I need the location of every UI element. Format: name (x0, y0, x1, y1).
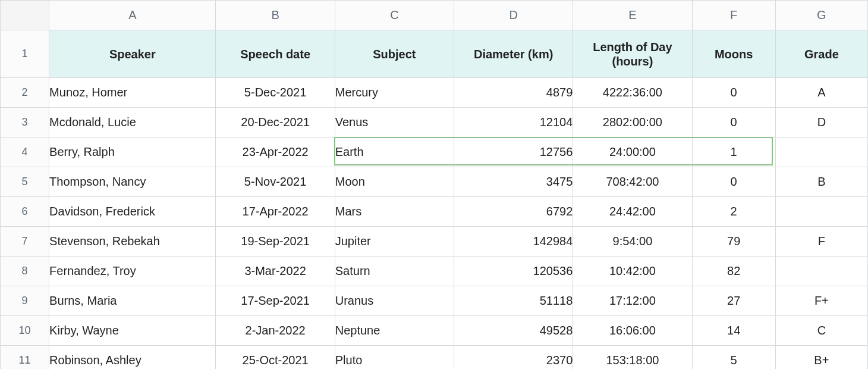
spreadsheet-grid[interactable]: ABCDEFG 1SpeakerSpeech dateSubjectDiamet… (0, 0, 868, 369)
row-header-5[interactable]: 5 (1, 167, 49, 197)
cell-D3[interactable]: 12104 (454, 108, 573, 137)
cell-D8[interactable]: 120536 (454, 257, 573, 286)
cell-F3[interactable]: 0 (692, 108, 775, 137)
row-header-7[interactable]: 7 (1, 227, 49, 257)
cell-B6[interactable]: 17-Apr-2022 (216, 197, 335, 227)
cell-F11[interactable]: 5 (692, 346, 775, 370)
cell-C6[interactable]: Mars (335, 197, 454, 227)
row-header-4[interactable]: 4 (1, 137, 49, 167)
cell-C4[interactable]: Earth (335, 137, 454, 167)
cell-F5[interactable]: 0 (692, 167, 775, 197)
cell-C8[interactable]: Saturn (335, 257, 454, 286)
row-header-10[interactable]: 10 (1, 316, 49, 346)
cell-G3[interactable]: D (775, 108, 867, 137)
cell-E11[interactable]: 153:18:00 (573, 346, 692, 370)
field-header-cell[interactable]: Speaker (49, 30, 216, 78)
cell-D6[interactable]: 6792 (454, 197, 573, 227)
cell-value: 17-Apr-2022 (243, 205, 309, 218)
cell-F8[interactable]: 82 (692, 257, 775, 286)
cell-A6[interactable]: Davidson, Frederick (49, 197, 216, 227)
cell-C2[interactable]: Mercury (335, 78, 454, 108)
cell-A8[interactable]: Fernandez, Troy (49, 257, 216, 286)
cell-G6[interactable] (775, 197, 867, 227)
cell-A10[interactable]: Kirby, Wayne (49, 316, 216, 346)
cell-B5[interactable]: 5-Nov-2021 (216, 167, 335, 197)
cell-E6[interactable]: 24:42:00 (573, 197, 692, 227)
column-header-B[interactable]: B (216, 1, 335, 30)
row-header-1[interactable]: 1 (1, 30, 49, 78)
cell-E8[interactable]: 10:42:00 (573, 257, 692, 286)
cell-C11[interactable]: Pluto (335, 346, 454, 370)
cell-G2[interactable]: A (775, 78, 867, 108)
cell-G8[interactable] (775, 257, 867, 286)
field-header-cell[interactable]: Speech date (216, 30, 335, 78)
cell-G4[interactable] (775, 137, 867, 167)
cell-B2[interactable]: 5-Dec-2021 (216, 78, 335, 108)
cell-F2[interactable]: 0 (692, 78, 775, 108)
cell-F9[interactable]: 27 (692, 286, 775, 316)
cell-A2[interactable]: Munoz, Homer (49, 78, 216, 108)
cell-D10[interactable]: 49528 (454, 316, 573, 346)
cell-G5[interactable]: B (775, 167, 867, 197)
cell-G7[interactable]: F (775, 227, 867, 257)
cell-B3[interactable]: 20-Dec-2021 (216, 108, 335, 137)
cell-E4[interactable]: 24:00:00 (573, 137, 692, 167)
cell-D9[interactable]: 51118 (454, 286, 573, 316)
field-header-cell[interactable]: Length of Day (hours) (573, 30, 692, 78)
cell-A9[interactable]: Burns, Maria (49, 286, 216, 316)
column-header-C[interactable]: C (335, 1, 454, 30)
cell-D11[interactable]: 2370 (454, 346, 573, 370)
row-header-3[interactable]: 3 (1, 108, 49, 137)
column-header-F[interactable]: F (692, 1, 775, 30)
cell-A3[interactable]: Mcdonald, Lucie (49, 108, 216, 137)
row-header-8[interactable]: 8 (1, 257, 49, 286)
row-header-6[interactable]: 6 (1, 197, 49, 227)
cell-G10[interactable]: C (775, 316, 867, 346)
field-header-cell[interactable]: Diameter (km) (454, 30, 573, 78)
cell-F7[interactable]: 79 (692, 227, 775, 257)
cell-A7[interactable]: Stevenson, Rebekah (49, 227, 216, 257)
cell-D7[interactable]: 142984 (454, 227, 573, 257)
field-header-cell[interactable]: Subject (335, 30, 454, 78)
cell-C7[interactable]: Jupiter (335, 227, 454, 257)
cell-B7[interactable]: 19-Sep-2021 (216, 227, 335, 257)
row-header-2[interactable]: 2 (1, 78, 49, 108)
cell-F6[interactable]: 2 (692, 197, 775, 227)
cell-value: 5-Nov-2021 (244, 175, 307, 188)
cell-B10[interactable]: 2-Jan-2022 (216, 316, 335, 346)
cell-E9[interactable]: 17:12:00 (573, 286, 692, 316)
cell-E5[interactable]: 708:42:00 (573, 167, 692, 197)
cell-F10[interactable]: 14 (692, 316, 775, 346)
cell-C5[interactable]: Moon (335, 167, 454, 197)
cell-A5[interactable]: Thompson, Nancy (49, 167, 216, 197)
row-header-11[interactable]: 11 (1, 346, 49, 370)
cell-B9[interactable]: 17-Sep-2021 (216, 286, 335, 316)
cell-E3[interactable]: 2802:00:00 (573, 108, 692, 137)
cell-E10[interactable]: 16:06:00 (573, 316, 692, 346)
cell-A11[interactable]: Robinson, Ashley (49, 346, 216, 370)
column-header-D[interactable]: D (454, 1, 573, 30)
column-header-E[interactable]: E (573, 1, 692, 30)
row-header-9[interactable]: 9 (1, 286, 49, 316)
select-all-corner[interactable] (1, 1, 49, 30)
cell-C9[interactable]: Uranus (335, 286, 454, 316)
cell-B4[interactable]: 23-Apr-2022 (216, 137, 335, 167)
column-header-G[interactable]: G (775, 1, 867, 30)
field-header-cell[interactable]: Moons (692, 30, 775, 78)
cell-G11[interactable]: B+ (775, 346, 867, 370)
cell-D4[interactable]: 12756 (454, 137, 573, 167)
cell-C10[interactable]: Neptune (335, 316, 454, 346)
cell-F4[interactable]: 1 (692, 137, 775, 167)
cell-value: B (817, 175, 825, 188)
column-header-A[interactable]: A (49, 1, 216, 30)
cell-B8[interactable]: 3-Mar-2022 (216, 257, 335, 286)
cell-C3[interactable]: Venus (335, 108, 454, 137)
cell-A4[interactable]: Berry, Ralph (49, 137, 216, 167)
cell-G9[interactable]: F+ (775, 286, 867, 316)
cell-D2[interactable]: 4879 (454, 78, 573, 108)
cell-E7[interactable]: 9:54:00 (573, 227, 692, 257)
cell-B11[interactable]: 25-Oct-2021 (216, 346, 335, 370)
cell-E2[interactable]: 4222:36:00 (573, 78, 692, 108)
cell-D5[interactable]: 3475 (454, 167, 573, 197)
field-header-cell[interactable]: Grade (775, 30, 867, 78)
